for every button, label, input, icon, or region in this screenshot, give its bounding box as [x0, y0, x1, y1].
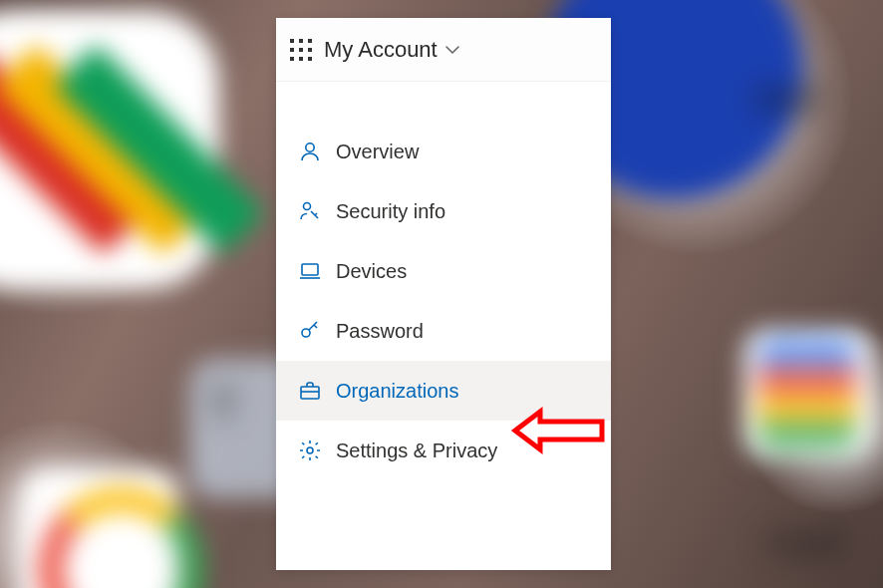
svg-point-3	[302, 329, 310, 337]
svg-point-0	[306, 144, 314, 151]
sidebar-item-label: Password	[336, 320, 424, 343]
person-icon	[298, 140, 322, 163]
sidebar-item-label: Organizations	[336, 380, 458, 403]
gear-icon	[298, 439, 322, 462]
svg-rect-2	[302, 264, 318, 275]
briefcase-icon	[298, 379, 322, 403]
sidebar-item-overview[interactable]: Overview	[276, 122, 611, 181]
sidebar-item-label: Overview	[336, 141, 419, 163]
sidebar-item-security-info[interactable]: Security info	[276, 181, 611, 241]
key-icon	[298, 319, 322, 343]
sidebar-item-devices[interactable]: Devices	[276, 241, 611, 301]
key-person-icon	[298, 199, 322, 223]
header-title-text: My Account	[324, 37, 438, 63]
svg-rect-4	[301, 387, 319, 399]
chevron-down-icon	[445, 45, 459, 55]
my-account-panel: My Account Overview Security info	[276, 18, 611, 570]
sidebar-item-password[interactable]: Password	[276, 301, 611, 361]
svg-point-5	[307, 447, 313, 453]
account-switcher[interactable]: My Account	[324, 37, 459, 63]
sidebar-item-label: Settings & Privacy	[336, 440, 497, 462]
svg-point-1	[304, 203, 311, 210]
sidebar-item-label: Devices	[336, 260, 407, 283]
laptop-icon	[298, 259, 322, 283]
sidebar-item-label: Security info	[336, 200, 445, 223]
screenshot-stage: T nal rod My Account Overview	[0, 0, 883, 588]
annotation-arrow	[510, 406, 610, 455]
app-launcher-icon[interactable]	[290, 39, 312, 61]
panel-header: My Account	[276, 18, 611, 82]
